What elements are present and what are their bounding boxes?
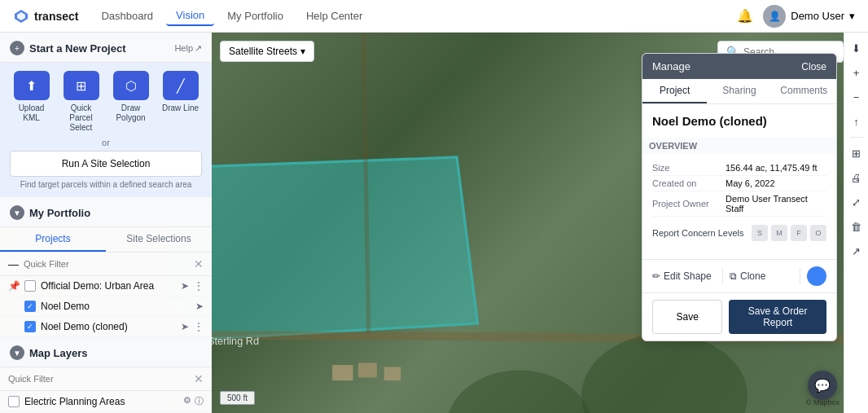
project-item: 📌 Official Demo: Urban Area ➤ ⋮ — [0, 276, 212, 297]
overview-label: Overview — [642, 138, 836, 154]
trash-icon[interactable]: 🗑 — [848, 217, 866, 235]
new-project-title: Start a New Project — [29, 42, 169, 55]
grid-icon[interactable]: ⊞ — [848, 144, 866, 162]
quick-parcel-btn[interactable]: ⊞ Quick Parcel Select — [59, 71, 103, 133]
save-button[interactable]: Save — [652, 300, 722, 334]
layers-filter-clear[interactable]: ✕ — [194, 372, 204, 385]
chat-bubble-button[interactable]: 💬 — [808, 371, 837, 400]
save-order-button[interactable]: Save & Order Report — [729, 300, 826, 334]
navigate-icon[interactable]: ➤ — [181, 321, 189, 332]
manage-body: Noel Demo (cloned) Overview Size 156.44 … — [642, 104, 836, 259]
concern-icon-o[interactable]: O — [810, 225, 826, 241]
edit-shape-button[interactable]: ✏ Edit Shape — [652, 270, 716, 282]
upload-kml-btn[interactable]: ⬆ Upload KML — [10, 71, 53, 133]
map-controls-top: Satellite Streets ▾ — [220, 41, 314, 62]
filter-icon: — — [8, 258, 19, 270]
project-menu-icon[interactable]: ⋮ — [194, 280, 204, 292]
navigate-icon[interactable]: ➤ — [181, 280, 189, 292]
info-key-created: Created on — [652, 178, 726, 188]
zoom-in-icon[interactable]: + — [848, 64, 866, 81]
clone-button[interactable]: ⧉ Clone — [730, 270, 793, 282]
layers-filter-input[interactable] — [8, 374, 189, 384]
manage-panel: Manage Close Project Sharing Comments No… — [642, 53, 837, 341]
layers-list: Electric Planning Areas ⚙ ⓘ Electric Pow… — [0, 391, 212, 413]
manage-tab-comments[interactable]: Comments — [772, 79, 836, 103]
nav-vision[interactable]: Vision — [166, 6, 214, 26]
print-icon[interactable]: 🖨 — [848, 169, 866, 187]
actions-divider-2 — [800, 268, 800, 284]
nav-dashboard[interactable]: Dashboard — [91, 7, 163, 25]
nav-help-center[interactable]: Help Center — [296, 7, 372, 25]
new-project-content: ⬆ Upload KML ⊞ Quick Parcel Select ⬡ Dra… — [0, 63, 212, 197]
portfolio-filter-input[interactable] — [24, 259, 189, 269]
tab-projects[interactable]: Projects — [0, 227, 106, 252]
layer-name: Electric Planning Areas — [24, 396, 178, 407]
info-val-owner: Demo User Transect Staff — [726, 194, 826, 213]
manage-tab-sharing[interactable]: Sharing — [707, 79, 771, 103]
portfolio-filter-clear[interactable]: ✕ — [194, 257, 204, 270]
project-checkbox[interactable] — [24, 301, 36, 312]
scale-indicator: 500 ft — [220, 391, 255, 405]
nav-portfolio[interactable]: My Portfolio — [217, 7, 293, 25]
map-style-select[interactable]: Satellite Streets ▾ — [220, 41, 314, 62]
info-val-size: 156.44 ac, 11,475.49 ft — [726, 163, 826, 173]
layer-settings-icon[interactable]: ⚙ — [183, 395, 191, 407]
map-layers-section: ▼ Map Layers ✕ Electric Planning Areas ⚙… — [0, 337, 212, 413]
notifications-icon[interactable]: 🔔 — [737, 8, 753, 24]
portfolio-header: ▼ My Portfolio — [0, 197, 212, 227]
concern-icon-s[interactable]: S — [752, 225, 768, 241]
layer-info-icon[interactable]: ⓘ — [195, 395, 204, 407]
topnav-right: 🔔 👤 Demo User ▾ — [737, 5, 868, 28]
project-menu-icon[interactable]: ⋮ — [194, 321, 204, 332]
run-site-selection-button[interactable]: Run A Site Selection — [10, 151, 202, 177]
user-avatar: 👤 — [763, 5, 786, 28]
manage-tab-project[interactable]: Project — [642, 79, 707, 103]
zoom-out-icon[interactable]: − — [848, 88, 866, 106]
tab-site-selections[interactable]: Site Selections — [106, 227, 212, 252]
draw-polygon-btn[interactable]: ⬡ Draw Polygon — [109, 71, 152, 133]
logo-text: transect — [34, 10, 78, 23]
right-toolbar: ⬇ + − ↑ ⊞ 🖨 ⤢ 🗑 ↗ — [844, 33, 868, 413]
concern-icon-m[interactable]: M — [771, 225, 787, 241]
new-project-icon: + — [10, 41, 24, 55]
portfolio-tabs: Projects Site Selections — [0, 227, 212, 253]
project-list: 📌 Official Demo: Urban Area ➤ ⋮ Noel Dem… — [0, 276, 212, 337]
layer-icons: ⚙ ⓘ — [183, 395, 204, 407]
project-checkbox[interactable] — [24, 321, 36, 332]
download-icon[interactable]: ⬇ — [848, 39, 866, 57]
concern-icons: S M F O — [752, 225, 826, 241]
draw-line-btn[interactable]: ╱ Draw Line — [159, 71, 202, 133]
nav-links: Dashboard Vision My Portfolio Help Cente… — [91, 6, 372, 26]
navigate-icon[interactable]: ➤ — [195, 301, 204, 312]
portfolio-icon: ▼ — [10, 205, 24, 220]
toolbar-divider — [850, 137, 863, 138]
manage-project-title: Noel Demo (cloned) — [652, 114, 826, 128]
concern-label: Report Concern Levels — [652, 228, 744, 238]
share-icon[interactable]: ↗ — [848, 242, 866, 260]
quick-parcel-icon: ⊞ — [64, 71, 99, 100]
color-indicator[interactable] — [807, 266, 826, 286]
map-style-label: Satellite Streets — [229, 46, 297, 57]
save-row: Save Save & Order Report — [642, 292, 836, 341]
manage-header: Manage Close — [642, 54, 836, 79]
actions-divider — [722, 268, 723, 284]
concern-icon-f[interactable]: F — [791, 225, 807, 241]
help-link[interactable]: Help ↗ — [174, 43, 202, 54]
info-key-owner: Project Owner — [652, 199, 726, 209]
logo[interactable]: transect — [0, 8, 91, 24]
manage-tabs: Project Sharing Comments — [642, 79, 836, 104]
info-row-size: Size 156.44 ac, 11,475.49 ft — [652, 160, 826, 176]
layers-title: Map Layers — [29, 347, 202, 359]
manage-close-button[interactable]: Close — [801, 61, 826, 72]
expand-icon[interactable]: ⤢ — [848, 193, 866, 211]
user-menu[interactable]: 👤 Demo User ▾ — [763, 5, 855, 28]
info-val-created: May 6, 2022 — [726, 178, 826, 188]
external-link-icon: ↗ — [195, 43, 202, 54]
project-name: Noel Demo (cloned) — [41, 321, 176, 332]
compass-icon[interactable]: ↑ — [848, 112, 866, 130]
layer-item: Electric Planning Areas ⚙ ⓘ — [0, 391, 212, 412]
layer-checkbox[interactable] — [8, 396, 20, 407]
upload-kml-icon: ⬆ — [14, 71, 50, 100]
project-checkbox[interactable] — [24, 280, 36, 292]
project-item: Noel Demo ➤ — [0, 297, 212, 317]
